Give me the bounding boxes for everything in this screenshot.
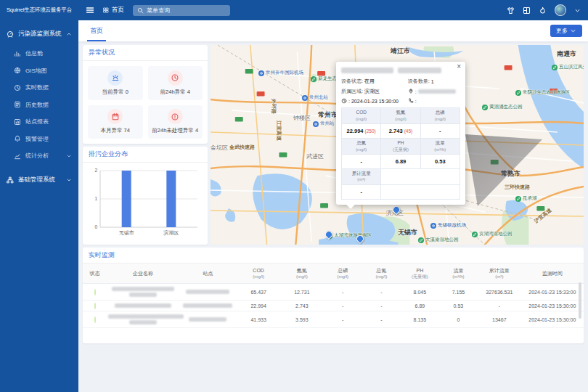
device-status-label: 设备状态: bbox=[341, 78, 363, 85]
sidebar-item-信息舱[interactable]: 信息舱 bbox=[0, 45, 78, 62]
more-button[interactable]: 更多 bbox=[550, 25, 582, 37]
leaf-icon bbox=[472, 232, 478, 237]
column-header: PH(无量纲) bbox=[401, 264, 439, 284]
map-poi-label: 贡湖湾湿地公园 bbox=[479, 231, 513, 237]
map-district-label: 金坛区 bbox=[211, 144, 228, 152]
clock-icon bbox=[341, 98, 347, 104]
map-poi-green: 常阴沙生态农业旅游区 bbox=[515, 89, 570, 96]
map-city-label: 无锡市 bbox=[398, 228, 417, 237]
theme-icon[interactable] bbox=[507, 7, 515, 15]
close-icon[interactable]: × bbox=[457, 63, 461, 70]
search-input[interactable]: 菜单查询 bbox=[133, 5, 230, 16]
stat-card-0[interactable]: 当前异常 0 bbox=[88, 66, 143, 100]
poi-blue-glyph bbox=[258, 70, 264, 76]
map-popup: × 设备状态:在用 设备数量:1 所属区域:滨湖区 : :2024-01-23 … bbox=[336, 62, 465, 205]
map-district-label: 武进区 bbox=[306, 152, 324, 160]
sidebar-item-实时数据[interactable]: 实时数据 bbox=[0, 79, 78, 97]
cell-ammonia: 12.731 bbox=[280, 284, 324, 301]
stat-card-1[interactable]: 前24h异常 4 bbox=[148, 66, 203, 100]
svg-text:1: 1 bbox=[94, 196, 97, 201]
svg-text:无锡市: 无锡市 bbox=[119, 229, 134, 236]
sidebar-item-GIS地图[interactable]: GIS地图 bbox=[0, 62, 78, 80]
table-row[interactable]: 22.9942.743--6.890.53-2024-01-23 15:30:0… bbox=[83, 301, 584, 311]
calendar-icon bbox=[107, 109, 123, 124]
panel-title: 异常状况 bbox=[83, 45, 208, 61]
history-data-icon bbox=[14, 101, 21, 108]
sidebar-item-历史数据[interactable]: 历史数据 bbox=[0, 97, 78, 114]
main-area: 首页 菜单查询 首页 更多 bbox=[78, 0, 588, 392]
cell-ammonia: 3.593 bbox=[280, 311, 324, 328]
sidebar-item-label: 实时数据 bbox=[25, 83, 49, 91]
map-city-label: 常州市 bbox=[318, 110, 338, 120]
table-row[interactable]: 65.43712.731--8.0457.155327636.5312024-0… bbox=[83, 284, 584, 301]
map-road-label: 三环快速路 bbox=[505, 184, 530, 191]
flame-icon[interactable] bbox=[539, 7, 547, 15]
map-poi-label: 黄泗浦生态公园 bbox=[489, 104, 523, 110]
map-city-label: 靖江市 bbox=[391, 46, 410, 56]
realtime-table: 状态企业名称站点COD(mg/l)氨氮(mg/l)总磷(mg/l)总氮(mg/l… bbox=[83, 264, 584, 328]
table-scrollbar[interactable] bbox=[579, 282, 581, 319]
stat-card-3[interactable]: 前24h未处理异常 4 bbox=[148, 105, 203, 139]
sidebar-item-label: 历史数据 bbox=[25, 101, 49, 109]
avatar[interactable] bbox=[555, 4, 566, 16]
sidebar-item-站点报表[interactable]: 站点报表 bbox=[0, 113, 78, 131]
cell-ammonia: 2.743 bbox=[280, 301, 324, 311]
column-header: 站点 bbox=[179, 264, 237, 284]
tab-home[interactable]: 首页 bbox=[87, 20, 106, 41]
map-poi-blue: 常州奔牛国际机场 bbox=[258, 70, 303, 76]
base-system-icon bbox=[7, 176, 14, 184]
company-redacted bbox=[129, 320, 157, 324]
stat-card-label: 当前异常 0 bbox=[102, 89, 128, 96]
map-road-label: 金武快速路 bbox=[229, 144, 255, 151]
device-count-value: 1 bbox=[431, 79, 434, 84]
cell-ph: 8.045 bbox=[401, 284, 439, 301]
phone-icon bbox=[408, 98, 414, 104]
layout-icon[interactable] bbox=[523, 7, 531, 15]
region-label: 所属区域: bbox=[341, 88, 363, 95]
map-poi-blue: 无锡硕放机场 bbox=[430, 222, 466, 229]
cell-time: 2024-01-23 15:30:00 bbox=[521, 301, 584, 311]
sidebar-item-label: 统计分析 bbox=[25, 152, 49, 160]
metric-header: 流量(m³/h) bbox=[420, 138, 460, 154]
column-header: 累计流量(m³) bbox=[478, 264, 521, 284]
map-poi-label: 五山滨江风光带 bbox=[559, 64, 584, 70]
table-row[interactable]: 41.9333.593--8.1350134672024-01-23 15:30… bbox=[83, 311, 584, 328]
status-cell bbox=[83, 284, 107, 301]
breadcrumb[interactable]: 首页 bbox=[103, 6, 124, 15]
monitor-system-icon bbox=[7, 30, 14, 38]
sidebar-group-1[interactable]: 基础管理系统 bbox=[0, 169, 78, 191]
stat-card-label: 本月异常 74 bbox=[101, 127, 130, 134]
poi-blue-glyph bbox=[302, 95, 308, 101]
menu-icon[interactable] bbox=[86, 6, 94, 15]
realtime-panel: 实时监测 状态企业名称站点COD(mg/l)氨氮(mg/l)总磷(mg/l)总氮… bbox=[83, 248, 584, 343]
column-header: COD(mg/l) bbox=[237, 264, 280, 284]
map-poi-blue: 常州站 bbox=[313, 121, 335, 127]
sidebar-item-label: 信息舱 bbox=[25, 49, 43, 57]
sidebar-item-统计分析[interactable]: 统计分析 bbox=[0, 147, 78, 165]
sidebar-item-预警管理[interactable]: 预警管理 bbox=[0, 131, 78, 148]
sidebar-group-0[interactable]: 污染源监测系统 bbox=[0, 23, 78, 45]
sidebar-nav: 污染源监测系统信息舱GIS地图实时数据历史数据站点报表预警管理统计分析基础管理系… bbox=[0, 20, 78, 191]
cell-cod: 41.933 bbox=[237, 311, 280, 328]
chevron-down-icon[interactable] bbox=[574, 7, 581, 14]
map-poi-label: 大溪港湿地公园 bbox=[425, 237, 459, 243]
tabbar: 首页 更多 bbox=[78, 20, 588, 42]
stat-card-2[interactable]: 本月异常 74 bbox=[88, 105, 143, 139]
chevron-down-icon bbox=[570, 28, 576, 34]
panel-title: 排污企业分布 bbox=[83, 147, 208, 163]
column-header: 流量(m³/h) bbox=[439, 264, 478, 284]
clock-alert-icon bbox=[168, 70, 183, 86]
company-redacted bbox=[112, 287, 174, 291]
cell-cod: 65.437 bbox=[237, 284, 280, 301]
leaf-icon bbox=[552, 65, 558, 70]
leaf-icon bbox=[482, 105, 488, 110]
map[interactable]: 靖江市南通市常州市无锡市常熟市钟楼区武进区金坛区滨湖区新龙生态林黄泗浦生态公园五… bbox=[211, 45, 584, 245]
map-poi-label: 昆承湖 bbox=[523, 195, 537, 202]
poi-blue-glyph bbox=[313, 121, 319, 127]
bar-chart: 012无锡市滨湖区 bbox=[89, 165, 202, 240]
station-redacted bbox=[183, 303, 232, 308]
station-cell-redacted bbox=[179, 284, 237, 301]
map-poi-green: 大溪港湿地公园 bbox=[418, 237, 459, 243]
cell-ph: 6.89 bbox=[401, 301, 439, 311]
leaf-icon bbox=[515, 196, 521, 202]
